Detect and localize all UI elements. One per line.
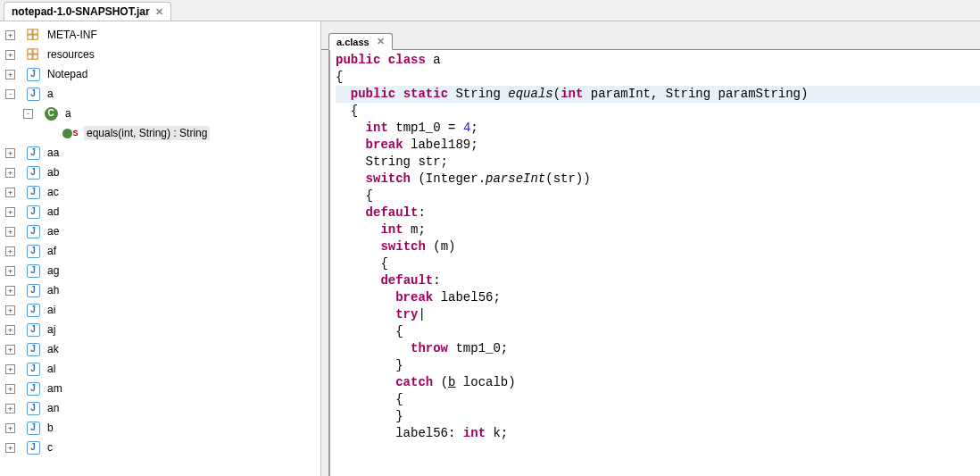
tree-item[interactable]: +Jae — [4, 221, 320, 241]
expand-icon[interactable]: + — [5, 227, 15, 237]
svg-rect-0 — [28, 29, 32, 34]
package-explorer[interactable]: +META-INF+resources+JNotepad-Ja-CaSequal… — [0, 21, 321, 476]
main-area: +META-INF+resources+JNotepad-Ja-CaSequal… — [0, 21, 980, 476]
tree-item[interactable]: +Jab — [4, 163, 320, 182]
tree-item-label: a — [45, 87, 56, 101]
project-tabbar: notepad-1.0-SNAPSHOT.jar ✕ — [0, 0, 980, 21]
java-file-icon: J — [26, 303, 40, 317]
expand-icon[interactable]: + — [5, 364, 15, 374]
expand-icon[interactable]: + — [5, 70, 15, 79]
svg-rect-6 — [28, 54, 32, 59]
java-file-icon: J — [26, 205, 40, 219]
tree-item-label: a — [62, 106, 74, 121]
collapse-icon[interactable]: - — [5, 89, 15, 99]
close-icon[interactable]: ✕ — [377, 36, 385, 47]
project-tab-label: notepad-1.0-SNAPSHOT.jar — [12, 5, 150, 18]
project-tab[interactable]: notepad-1.0-SNAPSHOT.jar ✕ — [4, 2, 171, 21]
tree-item[interactable]: -Ja — [4, 84, 320, 104]
tree-item-label: ai — [45, 303, 58, 317]
java-file-icon: J — [26, 224, 40, 238]
tree-item[interactable]: +Jal — [4, 359, 320, 379]
expand-icon[interactable]: + — [5, 148, 15, 158]
svg-rect-1 — [33, 29, 37, 34]
expand-icon[interactable]: + — [5, 325, 15, 335]
expand-icon[interactable]: + — [5, 404, 15, 413]
tree-item-label: b — [45, 421, 56, 435]
method-icon: S — [62, 126, 79, 140]
editor-panel: a.class ✕ public class a{ public static … — [321, 21, 980, 476]
tree-item[interactable]: +JNotepad — [4, 64, 320, 84]
tree-item-label: ae — [45, 224, 62, 238]
tree-item-label: aa — [45, 146, 62, 160]
expand-icon[interactable]: + — [5, 266, 15, 276]
tree-item-label: equals(int, String) : String — [84, 126, 210, 140]
tree-item[interactable]: +Jaa — [4, 143, 320, 163]
java-file-icon: J — [26, 342, 40, 356]
java-file-icon: J — [26, 165, 40, 180]
tree-item-label: META-INF — [45, 28, 100, 42]
tree-item-label: ab — [45, 165, 62, 180]
tree-item[interactable]: +Jc — [4, 438, 320, 457]
expand-icon[interactable]: + — [5, 384, 15, 394]
expand-icon[interactable]: + — [5, 207, 15, 217]
tree-item-label: am — [45, 381, 65, 396]
java-file-icon: J — [26, 87, 40, 101]
collapse-icon[interactable]: - — [23, 109, 33, 119]
java-file-icon: J — [26, 362, 40, 376]
svg-rect-4 — [28, 49, 32, 54]
tree-item[interactable]: +Jag — [4, 261, 320, 280]
tree-item-label: aj — [45, 322, 58, 337]
tree-item[interactable]: +Jac — [4, 182, 320, 202]
tree-item[interactable]: +resources — [4, 45, 320, 64]
package-icon — [26, 47, 40, 62]
svg-rect-5 — [33, 49, 37, 54]
tree-item-label: ak — [45, 342, 62, 356]
tree-item[interactable]: +Jad — [4, 202, 320, 221]
expand-icon[interactable]: + — [5, 168, 15, 178]
tree-item-label: resources — [45, 47, 97, 62]
tree-item[interactable]: +META-INF — [4, 25, 320, 45]
tree-item-label: al — [45, 362, 58, 376]
tree-item-label: af — [45, 244, 59, 258]
expand-icon[interactable]: + — [5, 30, 15, 40]
tree-item[interactable]: +Jam — [4, 379, 320, 398]
expand-icon[interactable]: + — [5, 345, 15, 355]
java-file-icon: J — [26, 401, 40, 415]
tree-item[interactable]: +Jan — [4, 398, 320, 418]
expand-icon[interactable]: + — [5, 443, 15, 453]
code-editor[interactable]: public class a{ public static String equ… — [328, 50, 980, 476]
tree-item[interactable]: +Jaj — [4, 320, 320, 339]
java-file-icon: J — [26, 421, 40, 435]
editor-tab-label: a.class — [336, 37, 370, 47]
tree-item-label: an — [45, 401, 62, 415]
expand-icon[interactable]: + — [5, 286, 15, 296]
tree-item[interactable]: -Ca — [4, 104, 320, 123]
java-file-icon: J — [26, 185, 40, 199]
java-file-icon: J — [26, 263, 40, 278]
java-file-icon: J — [26, 67, 40, 81]
package-icon — [26, 28, 40, 42]
tree-item-label: ac — [45, 185, 62, 199]
close-icon[interactable]: ✕ — [155, 6, 163, 18]
class-icon: C — [44, 106, 58, 121]
java-file-icon: J — [26, 440, 40, 455]
svg-rect-3 — [33, 35, 37, 39]
tree-item-label: ad — [45, 205, 62, 219]
expand-icon[interactable]: + — [5, 188, 15, 197]
java-file-icon: J — [26, 146, 40, 160]
tree-item[interactable]: +Jai — [4, 300, 320, 320]
expand-icon[interactable]: + — [5, 423, 15, 433]
expand-icon[interactable]: + — [5, 246, 15, 256]
tree-item[interactable]: Sequals(int, String) : String — [4, 123, 320, 143]
tree-item[interactable]: +Jak — [4, 339, 320, 359]
tree-item[interactable]: +Jb — [4, 418, 320, 438]
java-file-icon: J — [26, 244, 40, 258]
tree-item[interactable]: +Jaf — [4, 241, 320, 261]
editor-tab[interactable]: a.class ✕ — [328, 33, 393, 50]
editor-tabbar: a.class ✕ — [321, 27, 980, 50]
java-file-icon: J — [26, 381, 40, 396]
expand-icon[interactable]: + — [5, 50, 15, 60]
expand-icon[interactable]: + — [5, 305, 15, 315]
svg-rect-2 — [28, 35, 32, 39]
tree-item[interactable]: +Jah — [4, 280, 320, 300]
